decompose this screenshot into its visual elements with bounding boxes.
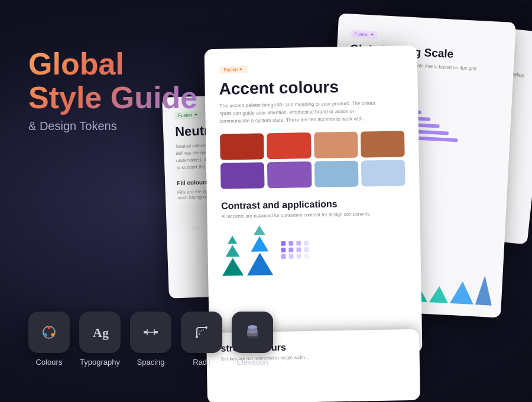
- svg-point-3: [44, 333, 47, 336]
- radii-icon-box: [181, 312, 222, 353]
- icon-row: Colours Ag Typography Spacing: [28, 312, 273, 367]
- icon-item-spacing[interactable]: Spacing: [130, 312, 171, 367]
- spacing-icon: [141, 323, 160, 342]
- colours-icon-box: [28, 312, 70, 353]
- spacing-icon-box: [130, 312, 171, 353]
- accent-color-grid: [220, 131, 406, 189]
- icon-item-colours[interactable]: Colours: [28, 312, 70, 367]
- typography-icon-box: Ag: [79, 312, 121, 353]
- hero-subtitle: & Design Tokens: [28, 119, 197, 133]
- svg-point-12: [205, 326, 207, 329]
- contrast-sub: All accents are balanced for consistent …: [221, 211, 406, 219]
- palette-icon: [40, 323, 59, 342]
- accent-title: Accent colours: [219, 76, 404, 98]
- radii-icon: [192, 323, 211, 342]
- contrast-title: Contrast and applications: [221, 198, 406, 212]
- elevation-label: Elevation: [236, 358, 268, 367]
- svg-point-4: [47, 332, 51, 335]
- spacing-label: Spacing: [137, 358, 165, 367]
- typography-icon: Ag: [90, 323, 109, 342]
- elevation-icon: [243, 323, 262, 342]
- svg-rect-6: [144, 331, 147, 333]
- svg-point-17: [248, 325, 257, 329]
- svg-rect-7: [154, 331, 158, 333]
- hero-section: Global Style Guide & Design Tokens: [28, 47, 197, 133]
- svg-point-11: [196, 336, 198, 338]
- icon-item-typography[interactable]: Ag Typography: [79, 312, 121, 367]
- accent-badge: Fusion ✦: [219, 66, 248, 74]
- colours-label: Colours: [36, 358, 63, 367]
- card-accent: Fusion ✦ Accent colours The accent palet…: [204, 46, 422, 356]
- svg-point-1: [48, 326, 51, 329]
- triangle-viz: [222, 223, 407, 276]
- typography-label: Typography: [80, 358, 120, 367]
- elevation-icon-box: [232, 312, 273, 353]
- svg-point-2: [51, 333, 54, 336]
- accent-body: The accent palette brings life and meani…: [219, 99, 385, 125]
- hero-title: Global Style Guide: [28, 47, 197, 115]
- icon-item-elevation[interactable]: Elevation: [232, 312, 273, 367]
- sizing-badge: Fusion ✦: [351, 30, 378, 39]
- icon-item-radii[interactable]: Radii: [181, 312, 222, 367]
- svg-text:Ag: Ag: [93, 325, 109, 340]
- radii-label: Radii: [193, 358, 210, 367]
